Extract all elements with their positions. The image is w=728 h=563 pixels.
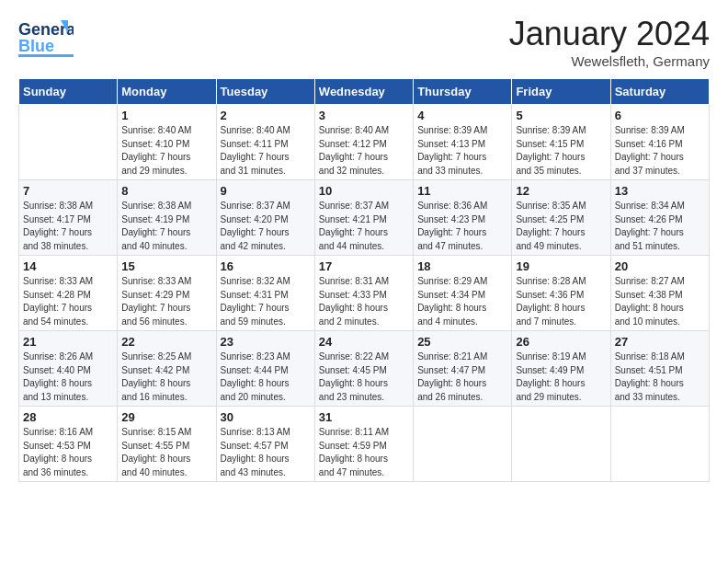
calendar-cell: 2Sunrise: 8:40 AMSunset: 4:11 PMDaylight… xyxy=(216,105,314,180)
cell-info: Sunrise: 8:11 AMSunset: 4:59 PMDaylight:… xyxy=(319,426,409,479)
day-number: 31 xyxy=(319,410,409,424)
month-title: January 2024 xyxy=(509,15,710,53)
cell-info: Sunrise: 8:39 AMSunset: 4:13 PMDaylight:… xyxy=(417,124,507,178)
calendar-cell: 16Sunrise: 8:32 AMSunset: 4:31 PMDayligh… xyxy=(216,256,314,331)
calendar-week-row: 1Sunrise: 8:40 AMSunset: 4:10 PMDaylight… xyxy=(19,105,710,180)
cell-info: Sunrise: 8:34 AMSunset: 4:26 PMDaylight:… xyxy=(615,200,705,253)
calendar-cell: 11Sunrise: 8:36 AMSunset: 4:23 PMDayligh… xyxy=(414,180,512,256)
cell-info: Sunrise: 8:38 AMSunset: 4:19 PMDaylight:… xyxy=(121,200,211,253)
day-number: 5 xyxy=(516,109,606,122)
day-number: 29 xyxy=(121,410,211,424)
calendar-cell: 15Sunrise: 8:33 AMSunset: 4:29 PMDayligh… xyxy=(118,256,216,331)
cell-info: Sunrise: 8:26 AMSunset: 4:40 PMDaylight:… xyxy=(23,350,113,404)
calendar-cell: 28Sunrise: 8:16 AMSunset: 4:53 PMDayligh… xyxy=(19,407,118,482)
calendar-week-row: 28Sunrise: 8:16 AMSunset: 4:53 PMDayligh… xyxy=(19,407,710,482)
calendar-cell: 29Sunrise: 8:15 AMSunset: 4:55 PMDayligh… xyxy=(118,407,216,482)
cell-info: Sunrise: 8:39 AMSunset: 4:15 PMDaylight:… xyxy=(516,124,606,178)
day-number: 12 xyxy=(516,184,606,198)
cell-info: Sunrise: 8:40 AMSunset: 4:12 PMDaylight:… xyxy=(319,124,409,178)
cell-info: Sunrise: 8:13 AMSunset: 4:57 PMDaylight:… xyxy=(221,426,311,479)
day-number: 23 xyxy=(221,335,311,349)
weekday-header-tuesday: Tuesday xyxy=(216,79,314,105)
calendar-cell: 1Sunrise: 8:40 AMSunset: 4:10 PMDaylight… xyxy=(118,105,216,180)
cell-info: Sunrise: 8:33 AMSunset: 4:29 PMDaylight:… xyxy=(121,275,211,328)
weekday-header-saturday: Saturday xyxy=(610,79,709,105)
calendar-cell: 7Sunrise: 8:38 AMSunset: 4:17 PMDaylight… xyxy=(19,180,118,256)
calendar-cell xyxy=(414,407,512,482)
calendar-cell: 4Sunrise: 8:39 AMSunset: 4:13 PMDaylight… xyxy=(414,105,512,180)
day-number: 30 xyxy=(221,410,311,424)
day-number: 7 xyxy=(23,184,113,198)
svg-text:Blue: Blue xyxy=(18,37,54,55)
calendar-cell: 23Sunrise: 8:23 AMSunset: 4:44 PMDayligh… xyxy=(216,331,314,407)
header: General Blue January 2024 Wewelsfleth, G… xyxy=(18,15,710,69)
day-number: 10 xyxy=(319,184,409,198)
cell-info: Sunrise: 8:19 AMSunset: 4:49 PMDaylight:… xyxy=(516,350,606,404)
day-number: 17 xyxy=(319,259,409,273)
location: Wewelsfleth, Germany xyxy=(509,53,710,69)
calendar-cell: 18Sunrise: 8:29 AMSunset: 4:34 PMDayligh… xyxy=(414,256,512,331)
calendar-cell xyxy=(19,105,118,180)
cell-info: Sunrise: 8:22 AMSunset: 4:45 PMDaylight:… xyxy=(319,350,409,404)
calendar-cell: 6Sunrise: 8:39 AMSunset: 4:16 PMDaylight… xyxy=(610,105,709,180)
day-number: 28 xyxy=(23,410,113,424)
calendar-cell: 22Sunrise: 8:25 AMSunset: 4:42 PMDayligh… xyxy=(118,331,216,407)
day-number: 19 xyxy=(516,259,606,273)
cell-info: Sunrise: 8:29 AMSunset: 4:34 PMDaylight:… xyxy=(417,275,507,328)
calendar-cell: 20Sunrise: 8:27 AMSunset: 4:38 PMDayligh… xyxy=(610,256,709,331)
calendar-cell: 8Sunrise: 8:38 AMSunset: 4:19 PMDaylight… xyxy=(118,180,216,256)
calendar-week-row: 7Sunrise: 8:38 AMSunset: 4:17 PMDaylight… xyxy=(19,180,710,256)
cell-info: Sunrise: 8:37 AMSunset: 4:20 PMDaylight:… xyxy=(221,200,311,253)
calendar-cell: 9Sunrise: 8:37 AMSunset: 4:20 PMDaylight… xyxy=(216,180,314,256)
day-number: 24 xyxy=(319,335,409,349)
calendar-cell xyxy=(610,407,709,482)
calendar-cell: 10Sunrise: 8:37 AMSunset: 4:21 PMDayligh… xyxy=(314,180,413,256)
day-number: 25 xyxy=(417,335,507,349)
day-number: 15 xyxy=(121,259,211,273)
cell-info: Sunrise: 8:31 AMSunset: 4:33 PMDaylight:… xyxy=(319,275,409,328)
day-number: 9 xyxy=(221,184,311,198)
cell-info: Sunrise: 8:15 AMSunset: 4:55 PMDaylight:… xyxy=(121,426,211,479)
day-number: 8 xyxy=(121,184,211,198)
cell-info: Sunrise: 8:21 AMSunset: 4:47 PMDaylight:… xyxy=(417,350,507,404)
cell-info: Sunrise: 8:40 AMSunset: 4:11 PMDaylight:… xyxy=(221,124,311,178)
calendar-cell: 30Sunrise: 8:13 AMSunset: 4:57 PMDayligh… xyxy=(216,407,314,482)
logo: General Blue xyxy=(18,15,74,59)
weekday-header-wednesday: Wednesday xyxy=(314,79,413,105)
calendar-cell: 5Sunrise: 8:39 AMSunset: 4:15 PMDaylight… xyxy=(512,105,610,180)
weekday-header-thursday: Thursday xyxy=(414,79,512,105)
weekday-header-friday: Friday xyxy=(512,79,610,105)
svg-rect-3 xyxy=(18,54,74,57)
cell-info: Sunrise: 8:33 AMSunset: 4:28 PMDaylight:… xyxy=(23,275,113,328)
calendar-cell: 13Sunrise: 8:34 AMSunset: 4:26 PMDayligh… xyxy=(610,180,709,256)
day-number: 14 xyxy=(23,259,113,273)
day-number: 16 xyxy=(221,259,311,273)
cell-info: Sunrise: 8:37 AMSunset: 4:21 PMDaylight:… xyxy=(319,200,409,253)
cell-info: Sunrise: 8:32 AMSunset: 4:31 PMDaylight:… xyxy=(221,275,311,328)
calendar-cell: 19Sunrise: 8:28 AMSunset: 4:36 PMDayligh… xyxy=(512,256,610,331)
calendar-week-row: 14Sunrise: 8:33 AMSunset: 4:28 PMDayligh… xyxy=(19,256,710,331)
day-number: 22 xyxy=(121,335,211,349)
cell-info: Sunrise: 8:27 AMSunset: 4:38 PMDaylight:… xyxy=(615,275,705,328)
cell-info: Sunrise: 8:36 AMSunset: 4:23 PMDaylight:… xyxy=(417,200,507,253)
calendar-cell: 12Sunrise: 8:35 AMSunset: 4:25 PMDayligh… xyxy=(512,180,610,256)
calendar-cell: 25Sunrise: 8:21 AMSunset: 4:47 PMDayligh… xyxy=(414,331,512,407)
cell-info: Sunrise: 8:18 AMSunset: 4:51 PMDaylight:… xyxy=(615,350,705,404)
day-number: 27 xyxy=(615,335,705,349)
cell-info: Sunrise: 8:39 AMSunset: 4:16 PMDaylight:… xyxy=(615,124,705,178)
day-number: 11 xyxy=(417,184,507,198)
calendar-cell xyxy=(512,407,610,482)
cell-info: Sunrise: 8:25 AMSunset: 4:42 PMDaylight:… xyxy=(121,350,211,404)
day-number: 26 xyxy=(516,335,606,349)
day-number: 1 xyxy=(121,109,211,122)
day-number: 6 xyxy=(615,109,705,122)
cell-info: Sunrise: 8:16 AMSunset: 4:53 PMDaylight:… xyxy=(23,426,113,479)
cell-info: Sunrise: 8:40 AMSunset: 4:10 PMDaylight:… xyxy=(121,124,211,178)
weekday-header-row: SundayMondayTuesdayWednesdayThursdayFrid… xyxy=(19,79,710,105)
day-number: 4 xyxy=(417,109,507,122)
calendar-cell: 21Sunrise: 8:26 AMSunset: 4:40 PMDayligh… xyxy=(19,331,118,407)
day-number: 2 xyxy=(221,109,311,122)
calendar-cell: 14Sunrise: 8:33 AMSunset: 4:28 PMDayligh… xyxy=(19,256,118,331)
calendar-cell: 26Sunrise: 8:19 AMSunset: 4:49 PMDayligh… xyxy=(512,331,610,407)
cell-info: Sunrise: 8:28 AMSunset: 4:36 PMDaylight:… xyxy=(516,275,606,328)
